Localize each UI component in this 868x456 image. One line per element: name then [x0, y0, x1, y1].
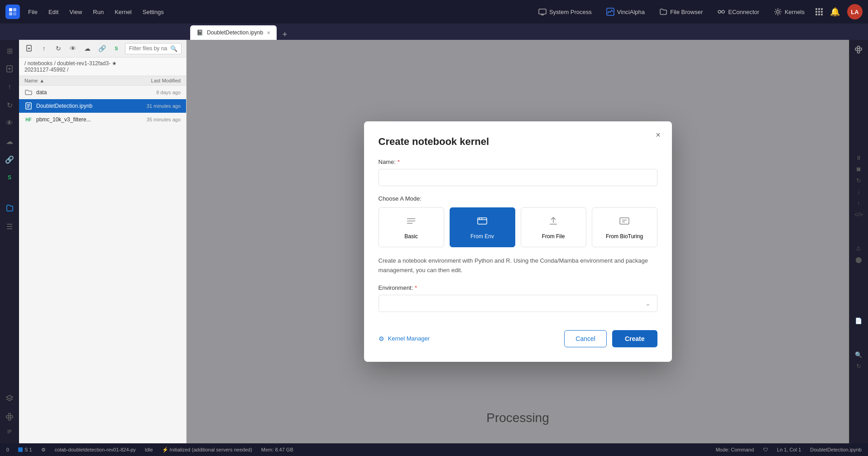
modal-close-button[interactable]: ×	[652, 129, 665, 141]
file-name: DoubletDetection.ipynb	[36, 103, 127, 109]
required-star-env: *	[415, 284, 417, 291]
right-refresh-icon[interactable]: ↻	[856, 363, 861, 370]
file-row[interactable]: HF pbmc_10k_v3_filtere... 35 minutes ago	[19, 113, 186, 126]
new-folder-btn[interactable]: ↑	[38, 43, 50, 54]
mode-from-bioturing[interactable]: From BioTuring	[592, 207, 657, 247]
col-name-header[interactable]: Name ▲	[24, 78, 131, 83]
econnector-button[interactable]: EConnector	[714, 6, 763, 18]
file-list-header: Name ▲ Last Modified	[19, 76, 186, 86]
svg-rect-40	[858, 46, 860, 48]
sidebar-icon-grid[interactable]: ⊞	[2, 43, 17, 58]
right-stop-icon[interactable]: ⏹	[856, 166, 862, 173]
status-item-gear: ⚙	[41, 447, 46, 453]
file-row[interactable]: DoubletDetection.ipynb 31 minutes ago	[19, 99, 186, 113]
sidebar-icon-new-file[interactable]	[2, 62, 17, 76]
menu-settings[interactable]: Settings	[138, 7, 168, 17]
notifications-icon[interactable]: 🔔	[830, 7, 840, 17]
create-button[interactable]: Create	[612, 330, 657, 347]
svg-rect-30	[478, 218, 487, 224]
name-input[interactable]	[379, 169, 657, 186]
sidebar-icon-files[interactable]	[2, 201, 17, 216]
link-btn[interactable]: 🔗	[96, 43, 108, 54]
menu-view[interactable]: View	[65, 7, 86, 17]
econnector-label: EConnector	[728, 9, 759, 15]
s-btn[interactable]: S	[110, 43, 122, 54]
ln-col-label: Ln 1, Col 1	[777, 447, 801, 452]
from-file-label: From File	[542, 233, 565, 240]
right-next-icon[interactable]: ↻	[856, 177, 861, 184]
tab-close-icon[interactable]: ✕	[267, 30, 270, 35]
modal-footer: ⚙ Kernel Manager Cancel Create	[379, 330, 657, 347]
footer-buttons: Cancel Create	[564, 330, 657, 347]
vinci-alpha-button[interactable]: VinciAlpha	[603, 6, 648, 18]
menu-run[interactable]: Run	[88, 7, 108, 17]
sidebar-icon-eye[interactable]: 👁	[2, 116, 17, 130]
status-item-s1: S 1	[18, 447, 32, 452]
preview-btn[interactable]: 👁	[67, 43, 79, 54]
svg-rect-41	[858, 51, 860, 53]
right-pause-icon[interactable]: ⏸	[856, 154, 862, 161]
svg-rect-1	[13, 8, 16, 11]
sidebar-icon-refresh[interactable]: ↻	[2, 98, 17, 112]
system-process-label: System Process	[549, 9, 592, 15]
menu-kernel[interactable]: Kernel	[110, 7, 136, 17]
apps-icon[interactable]	[815, 8, 823, 15]
svg-rect-19	[9, 418, 11, 420]
user-avatar[interactable]: LA	[847, 4, 863, 19]
file-row[interactable]: data 8 days ago	[19, 86, 186, 99]
left-sidebar: ⊞ ↑ ↻ 👁 ☁ 🔗 S ☰	[0, 40, 19, 443]
file-list: data 8 days ago DoubletDetection.ipynb 3…	[19, 86, 186, 443]
kernel-manager-link[interactable]: ⚙ Kernel Manager	[379, 335, 430, 342]
sidebar-icon-extensions[interactable]	[2, 409, 17, 424]
cancel-button[interactable]: Cancel	[564, 330, 607, 347]
shield-icon: 🛡	[763, 447, 768, 452]
file-panel: ↑ ↻ 👁 ☁ 🔗 S 🔍 / notebooks / doublet-rev1…	[19, 40, 187, 443]
chevron-down-icon: ⌄	[645, 300, 651, 307]
refresh-btn[interactable]: ↻	[53, 43, 64, 54]
sidebar-icon-list[interactable]: ☰	[2, 219, 17, 234]
sidebar-icon-s[interactable]: S	[2, 170, 17, 185]
topbar-actions: System Process VinciAlpha File Browser E…	[535, 4, 863, 19]
mode-from-file[interactable]: From File	[521, 207, 586, 247]
right-settings-icon[interactable]	[854, 45, 863, 55]
menu-file[interactable]: File	[24, 7, 42, 17]
sidebar-icon-layers[interactable]	[2, 391, 17, 406]
menu-edit[interactable]: Edit	[44, 7, 63, 17]
right-circle-icon[interactable]: ⬤	[855, 256, 862, 263]
sidebar-icon-cloud[interactable]: ☁	[2, 134, 17, 149]
file-modified: 35 minutes ago	[131, 117, 181, 122]
tab-doublet[interactable]: 📓 DoubletDetection.ipynb ✕	[190, 25, 277, 40]
cloud-btn[interactable]: ☁	[82, 43, 93, 54]
file-browser-label: File Browser	[670, 9, 703, 15]
basic-label: Basic	[404, 233, 417, 240]
right-warning-icon[interactable]: ⚠	[856, 245, 861, 252]
kernels-button[interactable]: Kernels	[770, 6, 808, 18]
sidebar-icon-upload[interactable]: ↑	[2, 80, 17, 94]
right-down-icon[interactable]: ↓	[857, 188, 860, 195]
search-input[interactable]	[129, 45, 168, 52]
right-sidebar-top: ⏸ ⏹ ↻ ↓ ↑ </> ⚠ ⬤ 📄 🔍 ↻	[854, 43, 863, 443]
right-code-icon[interactable]: </>	[854, 211, 863, 218]
mode-label: Mode: Command	[716, 447, 754, 452]
right-up-icon[interactable]: ↑	[857, 200, 860, 206]
right-search-icon[interactable]: 🔍	[855, 351, 862, 358]
name-label: Name: *	[379, 158, 657, 165]
svg-rect-4	[539, 9, 546, 14]
tab-label: DoubletDetection.ipynb	[207, 29, 263, 36]
new-file-btn[interactable]	[24, 43, 35, 54]
environment-select[interactable]: ⌄	[379, 295, 657, 312]
required-star: *	[398, 158, 400, 165]
sidebar-icon-link[interactable]: 🔗	[2, 152, 17, 167]
search-bar: 🔍	[125, 43, 182, 54]
mode-from-env[interactable]: From Env	[450, 207, 515, 247]
right-doc-icon[interactable]: 📄	[855, 317, 862, 324]
breadcrumb: / notebooks / doublet-rev1-312fad3- ★ 20…	[19, 58, 186, 76]
file-browser-button[interactable]: File Browser	[656, 6, 706, 18]
tab-add-button[interactable]: +	[279, 29, 290, 40]
mode-basic[interactable]: Basic	[379, 207, 444, 247]
svg-rect-17	[10, 416, 13, 418]
kernel-manager-label: Kernel Manager	[388, 335, 430, 342]
system-process-button[interactable]: System Process	[535, 6, 595, 18]
svg-rect-18	[9, 413, 11, 416]
app-logo[interactable]	[5, 5, 20, 19]
